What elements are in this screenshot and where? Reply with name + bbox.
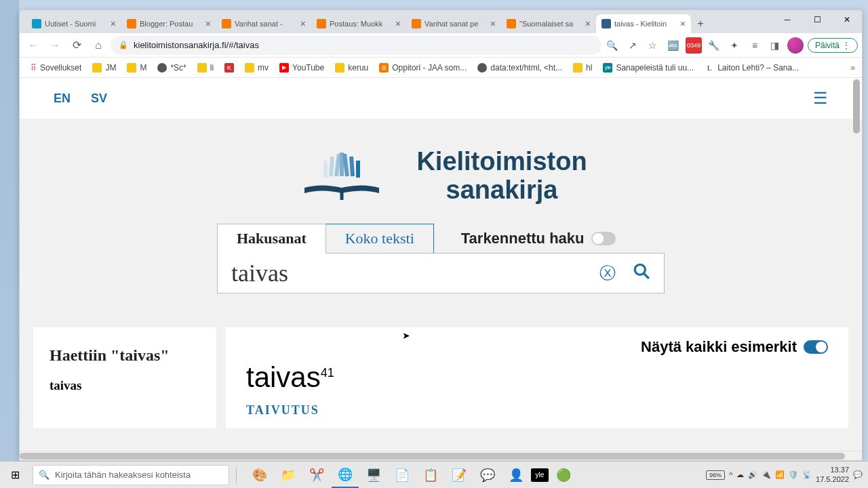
close-icon[interactable]: × <box>585 18 591 29</box>
headword-text: taivas <box>246 361 321 393</box>
tab-hakusanat[interactable]: Hakusanat <box>217 224 326 253</box>
clear-search-icon[interactable]: ⓧ <box>599 262 616 284</box>
notifications-icon[interactable]: 💬 <box>853 470 863 479</box>
taskbar-app-contacts[interactable]: 👤 <box>502 462 530 488</box>
tray-power-icon[interactable]: 🔌 <box>762 470 771 479</box>
taskbar-app-paint[interactable]: 🎨 <box>246 462 273 488</box>
bookmark[interactable]: M <box>123 62 151 74</box>
bookmark[interactable]: keruu <box>331 62 372 74</box>
browser-tab[interactable]: Vanhat sanat pe× <box>406 14 501 33</box>
sidebar-term[interactable]: taivas <box>50 378 200 393</box>
tray-chevron-icon[interactable]: ^ <box>729 471 732 479</box>
browser-tab-active[interactable]: taivas - Kielitoin× <box>596 14 691 33</box>
side-panel-icon[interactable]: ◨ <box>767 37 783 54</box>
search-mode-tabs: Hakusanat Koko teksti <box>217 224 434 253</box>
profile-avatar[interactable] <box>787 37 804 54</box>
site-title: Kielitoimiston sanakirja <box>416 148 587 205</box>
extension-badge-icon[interactable]: 0349 <box>686 37 702 54</box>
bookmark[interactable]: data:text/html, <ht... <box>473 62 566 74</box>
translate-icon[interactable]: 🔤 <box>665 37 682 54</box>
tray-volume-icon[interactable]: 🔊 <box>748 470 757 479</box>
taskbar-app-spotify[interactable]: 🟢 <box>550 462 577 488</box>
taskbar-app-notepad[interactable]: 📄 <box>389 462 416 488</box>
tab-kokoteksti[interactable]: Koko teksti <box>326 224 434 253</box>
maximize-button[interactable]: ☐ <box>802 10 832 29</box>
favicon-icon <box>32 19 41 28</box>
search-input[interactable] <box>231 259 599 287</box>
start-button[interactable]: ⊞ <box>0 462 30 489</box>
browser-tab[interactable]: Blogger: Postau× <box>121 14 216 33</box>
advanced-toggle[interactable] <box>591 232 616 245</box>
back-button[interactable]: ← <box>24 36 43 55</box>
tray-security-icon[interactable]: 🛡️ <box>789 470 798 479</box>
tray-wifi-icon[interactable]: 📡 <box>802 470 812 479</box>
hscroll-thumb[interactable] <box>20 453 845 460</box>
taivutus-heading[interactable]: TAIVUTUS <box>246 403 828 418</box>
taskbar-app-whatsapp[interactable]: 💬 <box>474 462 501 488</box>
taskbar-app-sticky[interactable]: 📝 <box>446 462 473 488</box>
taskbar-clock[interactable]: 13.37 17.5.2022 <box>816 466 849 483</box>
taskbar-app-screen[interactable]: 🖥️ <box>360 462 387 488</box>
lang-sv-link[interactable]: SV <box>91 92 107 106</box>
tab-title: Blogger: Postau <box>140 20 202 28</box>
scrollbar-thumb[interactable] <box>853 79 860 134</box>
search-tabs-row: Hakusanat Koko teksti Tarkennettu haku <box>217 224 665 253</box>
folder-icon <box>127 63 136 73</box>
bookmark[interactable]: mv <box>241 62 273 74</box>
extension-icon[interactable]: 🔧 <box>706 37 722 54</box>
browser-tab[interactable]: Vanhat sanat -× <box>216 14 311 33</box>
bookmark[interactable]: yleSanapeleistä tuli uu... <box>599 62 698 74</box>
close-icon[interactable]: × <box>490 18 496 29</box>
bookmark[interactable]: BOppitori - JAA som... <box>375 62 471 74</box>
forward-button[interactable]: → <box>45 36 64 55</box>
close-icon[interactable]: × <box>680 18 686 29</box>
bookmark[interactable]: *Sc* <box>153 62 190 74</box>
show-examples-toggle[interactable] <box>804 340 828 354</box>
new-tab-button[interactable]: + <box>691 14 710 33</box>
bookmark-overflow-icon[interactable]: » <box>850 63 855 73</box>
close-icon[interactable]: × <box>300 18 306 29</box>
reading-list-icon[interactable]: ≡ <box>747 37 763 54</box>
clock-date: 17.5.2022 <box>816 475 849 484</box>
star-icon[interactable]: ☆ <box>645 37 661 54</box>
folder-icon <box>92 63 102 73</box>
lang-en-link[interactable]: EN <box>54 92 71 106</box>
bookmark-youtube[interactable]: ▶YouTube <box>275 62 328 74</box>
bookmark[interactable]: K <box>220 62 238 74</box>
search-icon[interactable] <box>633 262 650 285</box>
yle-icon: yle <box>603 63 612 73</box>
extensions-icon[interactable]: ✦ <box>726 37 743 54</box>
taskbar-app-yle[interactable]: yle <box>531 468 549 482</box>
zoom-icon[interactable]: 🔍 <box>604 37 620 54</box>
browser-tab[interactable]: "Suomalaiset sa× <box>501 14 596 33</box>
taskbar-app-snip[interactable]: ✂️ <box>303 462 330 488</box>
horizontal-scrollbar[interactable] <box>20 451 862 460</box>
bookmark-label: M <box>140 63 146 73</box>
browser-tab[interactable]: Postaus: Muokk× <box>311 14 406 33</box>
close-icon[interactable]: × <box>111 18 116 29</box>
hamburger-menu-icon[interactable]: ☰ <box>813 89 828 108</box>
bookmark[interactable]: li <box>193 62 218 74</box>
close-icon[interactable]: × <box>395 18 401 29</box>
share-icon[interactable]: ↗ <box>625 37 641 54</box>
taskbar-app-explorer[interactable]: 📁 <box>275 462 302 488</box>
browser-tab[interactable]: Uutiset - Suomi× <box>26 14 121 33</box>
bookmark-apps[interactable]: ⠿Sovellukset <box>26 62 85 74</box>
close-icon[interactable]: × <box>205 18 211 29</box>
taskbar-apps: 🎨 📁 ✂️ 🌐 🖥️ 📄 📋 📝 💬 👤 yle 🟢 <box>246 462 577 488</box>
taskbar-app-notes2[interactable]: 📋 <box>417 462 444 488</box>
update-button[interactable]: Päivitä⋮ <box>808 38 858 53</box>
close-button[interactable]: ✕ <box>832 10 862 29</box>
reload-button[interactable]: ⟳ <box>67 36 86 55</box>
battery-indicator[interactable]: 96% <box>706 470 725 480</box>
bookmark[interactable]: hl <box>569 62 596 74</box>
address-bar[interactable]: 🔒 kielitoimistonsanakirja.fi/#/taivas <box>111 36 601 55</box>
taskbar-app-chrome[interactable]: 🌐 <box>332 462 359 488</box>
bookmark[interactable]: JM <box>88 62 120 74</box>
taskbar-search[interactable]: 🔍 Kirjoita tähän hakeaksesi kohteista <box>33 465 229 485</box>
tray-onedrive-icon[interactable]: ☁ <box>736 470 744 479</box>
tray-network-icon[interactable]: 📶 <box>775 470 785 479</box>
bookmark[interactable]: LLaiton Lehti? – Sana... <box>701 62 803 74</box>
minimize-button[interactable]: ─ <box>772 10 802 29</box>
home-button[interactable]: ⌂ <box>89 36 108 55</box>
